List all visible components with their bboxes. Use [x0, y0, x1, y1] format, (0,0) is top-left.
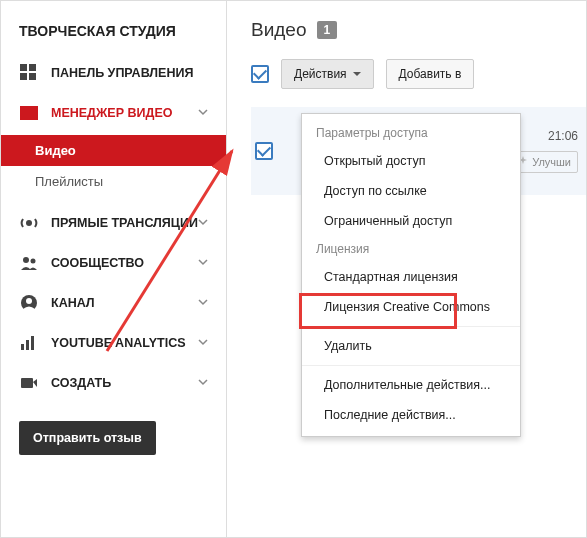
menu-section-access: Параметры доступа	[302, 120, 520, 146]
sidebar-item-label: МЕНЕДЖЕР ВИДЕО	[51, 106, 172, 120]
menu-item-private[interactable]: Ограниченный доступ	[302, 206, 520, 236]
svg-rect-16	[21, 344, 24, 350]
sidebar-item-label: СООБЩЕСТВО	[51, 256, 144, 270]
svg-rect-18	[31, 336, 34, 350]
menu-divider	[302, 326, 520, 327]
menu-item-recent[interactable]: Последние действия...	[302, 400, 520, 430]
svg-rect-0	[20, 64, 27, 71]
svg-rect-5	[22, 108, 24, 110]
svg-rect-6	[22, 112, 24, 114]
sidebar-item-create[interactable]: СОЗДАТЬ	[1, 363, 226, 403]
svg-point-13	[31, 259, 36, 264]
sidebar-item-community[interactable]: СООБЩЕСТВО	[1, 243, 226, 283]
actions-button[interactable]: Действия	[281, 59, 374, 89]
sidebar: ТВОРЧЕСКАЯ СТУДИЯ ПАНЕЛЬ УПРАВЛЕНИЯ МЕНЕ…	[1, 1, 227, 537]
sidebar-item-video-manager[interactable]: МЕНЕДЖЕР ВИДЕО	[1, 93, 226, 133]
sidebar-sub-videos[interactable]: Видео	[1, 135, 226, 166]
svg-rect-19	[21, 378, 33, 388]
actions-menu: Параметры доступа Открытый доступ Доступ…	[301, 113, 521, 437]
sidebar-title: ТВОРЧЕСКАЯ СТУДИЯ	[1, 1, 226, 53]
chevron-down-icon	[198, 256, 208, 270]
chevron-down-icon	[198, 216, 208, 230]
menu-item-more[interactable]: Дополнительные действия...	[302, 370, 520, 400]
sidebar-item-label: ПАНЕЛЬ УПРАВЛЕНИЯ	[51, 66, 193, 80]
row-time: 21:06	[548, 129, 578, 143]
sidebar-item-label: СОЗДАТЬ	[51, 376, 111, 390]
menu-item-unlisted[interactable]: Доступ по ссылке	[302, 176, 520, 206]
sidebar-item-dashboard[interactable]: ПАНЕЛЬ УПРАВЛЕНИЯ	[1, 53, 226, 93]
chevron-down-icon	[198, 376, 208, 390]
menu-item-standard-license[interactable]: Стандартная лицензия	[302, 262, 520, 292]
page-title-text: Видео	[251, 19, 307, 41]
svg-point-12	[23, 257, 29, 263]
sidebar-item-label: ПРЯМЫЕ ТРАНСЛЯЦИИ	[51, 216, 198, 230]
sidebar-submenu-video-manager: Видео Плейлисты	[1, 135, 226, 197]
page-title: Видео 1	[251, 19, 586, 41]
sidebar-item-analytics[interactable]: YOUTUBE ANALYTICS	[1, 323, 226, 363]
toolbar: Действия Добавить в	[251, 59, 586, 89]
actions-button-label: Действия	[294, 67, 347, 81]
improve-button[interactable]: Улучши	[511, 151, 578, 173]
svg-rect-9	[34, 112, 36, 114]
row-meta: 21:06 Улучши	[511, 129, 578, 173]
feedback-button[interactable]: Отправить отзыв	[19, 421, 156, 455]
live-icon	[19, 213, 39, 233]
film-icon	[19, 103, 39, 123]
count-badge: 1	[317, 21, 338, 39]
menu-item-public[interactable]: Открытый доступ	[302, 146, 520, 176]
add-to-button[interactable]: Добавить в	[386, 59, 475, 89]
sidebar-sub-playlists[interactable]: Плейлисты	[1, 166, 226, 197]
community-icon	[19, 253, 39, 273]
svg-point-15	[26, 298, 32, 304]
chevron-down-icon	[198, 106, 208, 120]
menu-item-delete[interactable]: Удалить	[302, 331, 520, 361]
chevron-down-icon	[198, 296, 208, 310]
chevron-down-icon	[198, 336, 208, 350]
svg-rect-3	[29, 73, 36, 80]
svg-rect-7	[22, 116, 24, 118]
svg-rect-2	[20, 73, 27, 80]
analytics-icon	[19, 333, 39, 353]
sidebar-item-label: КАНАЛ	[51, 296, 95, 310]
svg-rect-1	[29, 64, 36, 71]
svg-rect-10	[34, 116, 36, 118]
sidebar-item-channel[interactable]: КАНАЛ	[1, 283, 226, 323]
select-all-checkbox[interactable]	[251, 65, 269, 83]
svg-rect-17	[26, 340, 29, 350]
svg-rect-8	[34, 108, 36, 110]
svg-point-11	[26, 220, 32, 226]
sidebar-item-label: YOUTUBE ANALYTICS	[51, 336, 186, 350]
dashboard-icon	[19, 63, 39, 83]
menu-divider	[302, 365, 520, 366]
menu-section-license: Лицензия	[302, 236, 520, 262]
dropdown-caret-icon	[353, 67, 361, 81]
menu-item-cc-license[interactable]: Лицензия Creative Commons	[302, 292, 520, 322]
sidebar-item-live[interactable]: ПРЯМЫЕ ТРАНСЛЯЦИИ	[1, 203, 226, 243]
row-checkbox[interactable]	[255, 142, 273, 160]
channel-icon	[19, 293, 39, 313]
create-icon	[19, 373, 39, 393]
improve-label: Улучши	[532, 156, 571, 168]
